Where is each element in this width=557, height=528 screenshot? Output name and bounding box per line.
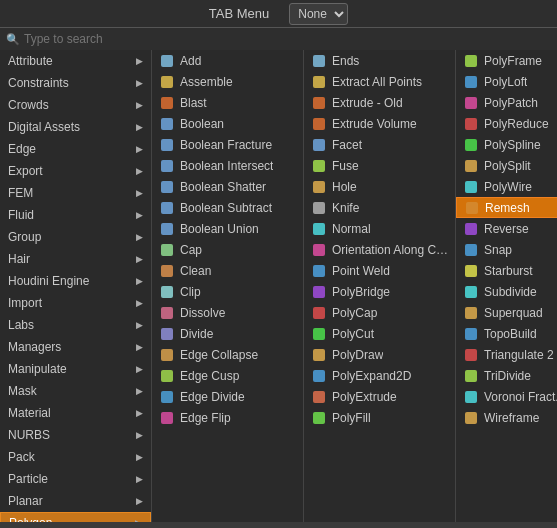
menu-item-superquad[interactable]: Superquad (456, 302, 557, 323)
sidebar-item-digital-assets[interactable]: Digital Assets▶ (0, 116, 151, 138)
menu-item-edge-collapse[interactable]: Edge Collapse (152, 344, 303, 365)
menu-item-polydraw[interactable]: PolyDraw (304, 344, 455, 365)
menu-item-add[interactable]: Add (152, 50, 303, 71)
menu-item-polybridge[interactable]: PolyBridge (304, 281, 455, 302)
sidebar: Attribute▶Constraints▶Crowds▶Digital Ass… (0, 50, 152, 522)
menu-item-blast[interactable]: Blast (152, 92, 303, 113)
menu-item-polycap[interactable]: PolyCap (304, 302, 455, 323)
menu-item-polywire[interactable]: PolyWire (456, 176, 557, 197)
menu-item-boolean-shatter[interactable]: Boolean Shatter (152, 176, 303, 197)
menu-item-polyreduce[interactable]: PolyReduce (456, 113, 557, 134)
sidebar-item-edge[interactable]: Edge▶ (0, 138, 151, 160)
sidebar-item-label: Group (8, 230, 41, 244)
menu-item-boolean-intersect[interactable]: Boolean Intersect (152, 155, 303, 176)
menu-item-point-weld[interactable]: Point Weld (304, 260, 455, 281)
none-dropdown[interactable]: None (289, 3, 348, 25)
menu-item-polyexpand2d[interactable]: PolyExpand2D (304, 365, 455, 386)
sidebar-item-export[interactable]: Export▶ (0, 160, 151, 182)
sidebar-item-fluid[interactable]: Fluid▶ (0, 204, 151, 226)
menu-item-polypatch[interactable]: PolyPatch (456, 92, 557, 113)
menu-item-label: Reverse (484, 222, 529, 236)
sidebar-item-material[interactable]: Material▶ (0, 402, 151, 424)
menu-item-edge-divide[interactable]: Edge Divide (152, 386, 303, 407)
polysplit-icon (462, 157, 480, 175)
menu-item-triangulate-2[interactable]: Triangulate 2 (456, 344, 557, 365)
menu-item-remesh[interactable]: Remesh (456, 197, 557, 218)
sidebar-item-group[interactable]: Group▶ (0, 226, 151, 248)
tri2-icon (462, 346, 480, 364)
sidebar-item-nurbs[interactable]: NURBS▶ (0, 424, 151, 446)
menu-item-boolean-subtract[interactable]: Boolean Subtract (152, 197, 303, 218)
menu-item-hole[interactable]: Hole (304, 176, 455, 197)
menu-item-wireframe[interactable]: Wireframe (456, 407, 557, 428)
menu-item-topobuild[interactable]: TopoBuild (456, 323, 557, 344)
sidebar-item-fem[interactable]: FEM▶ (0, 182, 151, 204)
cap-icon (158, 241, 176, 259)
sidebar-item-managers[interactable]: Managers▶ (0, 336, 151, 358)
sidebar-item-pack[interactable]: Pack▶ (0, 446, 151, 468)
chevron-right-icon: ▶ (136, 188, 143, 198)
menu-item-edge-cusp[interactable]: Edge Cusp (152, 365, 303, 386)
menu-item-boolean-fracture[interactable]: Boolean Fracture (152, 134, 303, 155)
sidebar-item-crowds[interactable]: Crowds▶ (0, 94, 151, 116)
menu-item-label: PolyDraw (332, 348, 383, 362)
menu-item-normal[interactable]: Normal (304, 218, 455, 239)
pointweld-icon (310, 262, 328, 280)
menu-item-voronoi-fract...[interactable]: Voronoi Fract... (456, 386, 557, 407)
sidebar-item-planar[interactable]: Planar▶ (0, 490, 151, 512)
sidebar-item-polygon[interactable]: Polygon▶ (0, 512, 151, 522)
menu-item-starburst[interactable]: Starburst (456, 260, 557, 281)
sidebar-item-houdini-engine[interactable]: Houdini Engine▶ (0, 270, 151, 292)
menu-item-label: Starburst (484, 264, 533, 278)
menu-item-label: PolyLoft (484, 75, 527, 89)
menu-item-polysplit[interactable]: PolySplit (456, 155, 557, 176)
menu-item-clip[interactable]: Clip (152, 281, 303, 302)
menu-item-knife[interactable]: Knife (304, 197, 455, 218)
sidebar-item-manipulate[interactable]: Manipulate▶ (0, 358, 151, 380)
starburst-icon (462, 262, 480, 280)
menu-item-extract-all-points[interactable]: Extract All Points (304, 71, 455, 92)
sidebar-item-label: Particle (8, 472, 48, 486)
polycut-icon (310, 325, 328, 343)
sidebar-item-label: Managers (8, 340, 61, 354)
menu-item-polyframe[interactable]: PolyFrame (456, 50, 557, 71)
cube-icon (158, 73, 176, 91)
sidebar-item-constraints[interactable]: Constraints▶ (0, 72, 151, 94)
sidebar-item-attribute[interactable]: Attribute▶ (0, 50, 151, 72)
sidebar-item-import[interactable]: Import▶ (0, 292, 151, 314)
menu-item-polyextrude[interactable]: PolyExtrude (304, 386, 455, 407)
search-input[interactable] (24, 32, 154, 46)
menu-item-cap[interactable]: Cap (152, 239, 303, 260)
menu-item-fuse[interactable]: Fuse (304, 155, 455, 176)
sidebar-item-hair[interactable]: Hair▶ (0, 248, 151, 270)
sidebar-item-label: FEM (8, 186, 33, 200)
sidebar-item-mask[interactable]: Mask▶ (0, 380, 151, 402)
menu-item-boolean-union[interactable]: Boolean Union (152, 218, 303, 239)
sidebar-item-particle[interactable]: Particle▶ (0, 468, 151, 490)
menu-item-facet[interactable]: Facet (304, 134, 455, 155)
menu-item-polyloft[interactable]: PolyLoft (456, 71, 557, 92)
menu-item-assemble[interactable]: Assemble (152, 71, 303, 92)
menu-item-reverse[interactable]: Reverse (456, 218, 557, 239)
menu-item-label: PolyExpand2D (332, 369, 411, 383)
menu-item-clean[interactable]: Clean (152, 260, 303, 281)
menu-item-edge-flip[interactable]: Edge Flip (152, 407, 303, 428)
menu-item-polyfill[interactable]: PolyFill (304, 407, 455, 428)
menu-item-extrude-old[interactable]: Extrude - Old (304, 92, 455, 113)
bool-icon (158, 220, 176, 238)
menu-item-orientation-along-curve[interactable]: Orientation Along Curve (304, 239, 455, 260)
menu-item-boolean[interactable]: Boolean (152, 113, 303, 134)
sidebar-item-labs[interactable]: Labs▶ (0, 314, 151, 336)
menu-item-ends[interactable]: Ends (304, 50, 455, 71)
menu-item-snap[interactable]: Snap (456, 239, 557, 260)
menu-item-tridivide[interactable]: TriDivide (456, 365, 557, 386)
flip-icon (158, 409, 176, 427)
menu-item-polyspline[interactable]: PolySpline (456, 134, 557, 155)
menu-item-extrude-volume[interactable]: Extrude Volume (304, 113, 455, 134)
menu-item-polycut[interactable]: PolyCut (304, 323, 455, 344)
menu-item-divide[interactable]: Divide (152, 323, 303, 344)
menu-item-subdivide[interactable]: Subdivide (456, 281, 557, 302)
menu-item-label: PolyCut (332, 327, 374, 341)
menu-item-dissolve[interactable]: Dissolve (152, 302, 303, 323)
clean-icon (158, 262, 176, 280)
